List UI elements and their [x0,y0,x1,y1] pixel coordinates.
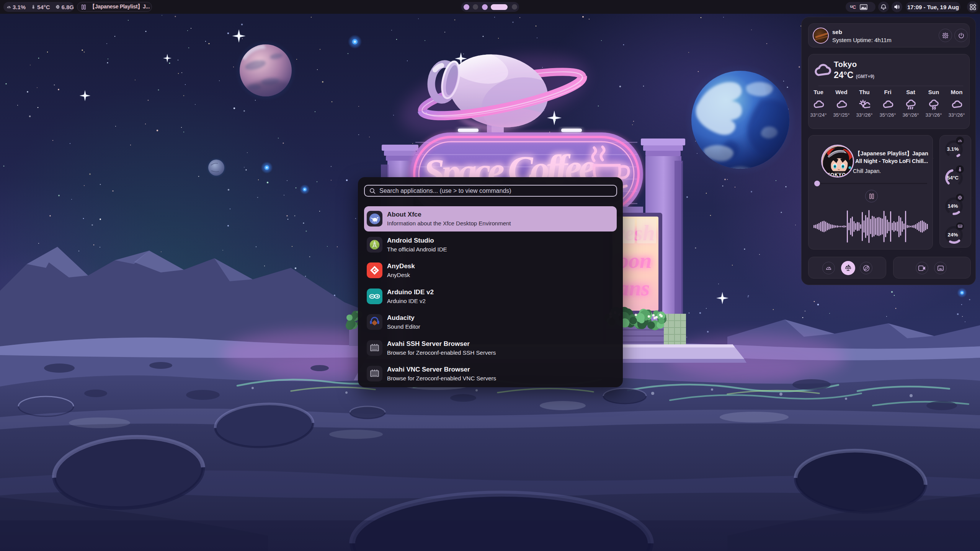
svg-text:ans: ans [618,276,650,300]
svg-text:TOKYO L: TOKYO L [827,172,851,178]
